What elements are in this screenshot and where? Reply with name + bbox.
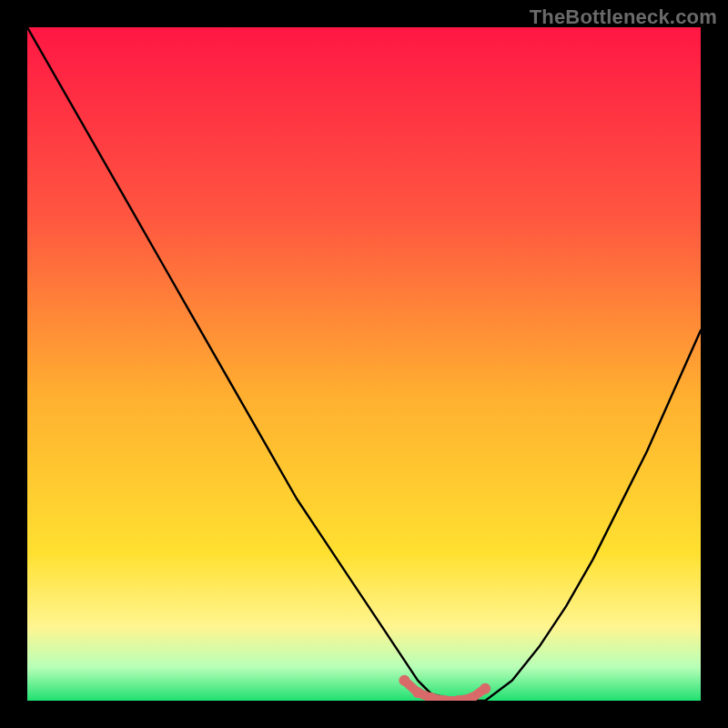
- optimal-dot: [399, 675, 410, 686]
- optimal-dot: [480, 683, 490, 694]
- curve-layer: [27, 27, 701, 701]
- optimal-dot: [412, 687, 423, 698]
- chart-frame: TheBottleneck.com: [0, 0, 728, 728]
- watermark-label: TheBottleneck.com: [530, 5, 717, 29]
- bottleneck-curve: [27, 27, 701, 701]
- plot-area: [27, 27, 701, 701]
